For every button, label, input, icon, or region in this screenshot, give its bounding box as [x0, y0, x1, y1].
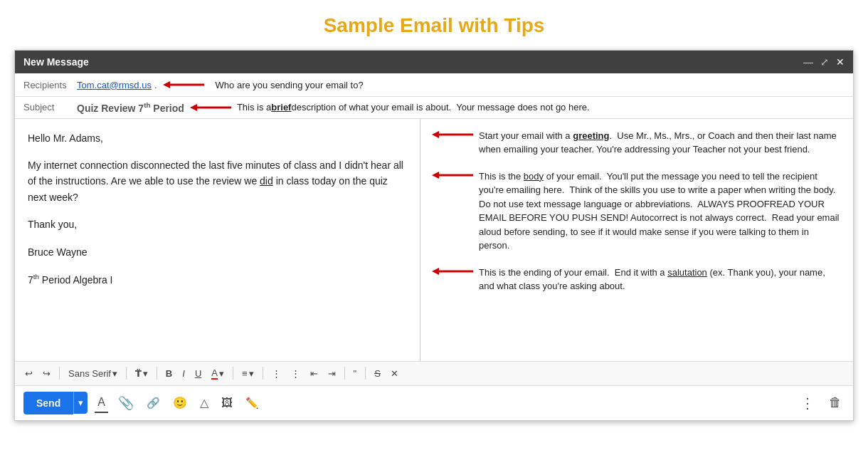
font-size-icon: T̈ [135, 368, 142, 379]
email-window: New Message — ⤢ ✕ Recipients Tom.cat@rms… [14, 50, 854, 421]
svg-marker-7 [432, 172, 439, 179]
bottom-right-icons: ⋮ 🗑 [798, 392, 845, 414]
toolbar-separator-2 [126, 367, 127, 380]
toolbar-separator-6 [344, 367, 345, 380]
greeting-tip: Start your email with a greeting. Use Mr… [432, 129, 842, 157]
align-dropdown[interactable]: ≡ ▾ [239, 367, 257, 380]
subject-value: Quiz Review 7th Period [77, 101, 184, 114]
body-tip: This is the body of your email. You'll p… [432, 169, 842, 253]
salutation-tip: This is the ending of your email. End it… [432, 266, 842, 293]
svg-marker-1 [163, 81, 170, 88]
greeting-tip-text: Start your email with a greeting. Use Mr… [479, 129, 842, 157]
email-closing: Thank you, [28, 216, 407, 232]
toolbar-separator-7 [365, 367, 366, 380]
insert-photo-icon[interactable]: 🖼 [218, 394, 235, 412]
numbered-list-button[interactable]: ⋮ [269, 367, 284, 380]
font-size-dropdown[interactable]: T̈ ▾ [132, 367, 151, 380]
title-bar-label: New Message [23, 56, 89, 68]
salutation-arrow-icon [432, 266, 475, 277]
close-icon[interactable]: ✕ [836, 56, 845, 68]
align-chevron: ▾ [249, 368, 254, 379]
bullet-list-button[interactable]: ⋮ [288, 367, 303, 380]
toolbar-separator-4 [233, 367, 233, 380]
font-color-chevron: ▾ [219, 368, 224, 379]
more-options-icon[interactable]: ⋮ [798, 392, 817, 414]
redo-button[interactable]: ↪ [40, 367, 53, 380]
subject-arrow-icon [190, 102, 233, 113]
font-family-chevron: ▾ [112, 368, 117, 379]
italic-button[interactable]: I [179, 367, 188, 380]
email-closing-text: Thank you, [28, 219, 77, 230]
body-arrow-icon [432, 169, 475, 181]
title-bar: New Message — ⤢ ✕ [15, 51, 853, 73]
formatting-toolbar: ↩ ↪ Sans Serif ▾ T̈ ▾ B I U A ▾ ≡ ▾ ⋮ ⋮ … [15, 362, 853, 386]
font-size-chevron: ▾ [143, 368, 148, 379]
email-body-text: My internet connection disconnected the … [28, 157, 407, 205]
bottom-bar: Send ▾ A 📎 🔗 🙂 △ 🖼 ✏️ ⋮ 🗑 [15, 386, 853, 420]
svg-marker-3 [190, 104, 197, 111]
toolbar-separator-5 [263, 367, 263, 380]
minimize-icon[interactable]: — [803, 56, 813, 68]
toolbar-separator-3 [157, 367, 157, 380]
email-name: Bruce Wayne [28, 244, 407, 260]
font-family-label: Sans Serif [68, 368, 111, 379]
email-greeting: Hello Mr. Adams, [28, 130, 407, 146]
title-bar-controls: — ⤢ ✕ [803, 56, 845, 68]
align-icon: ≡ [242, 368, 248, 379]
toolbar-separator-1 [59, 367, 60, 380]
recipients-row: Recipients Tom.cat@rmsd.us . Who are you… [15, 73, 853, 97]
email-body-left[interactable]: Hello Mr. Adams, My internet connection … [15, 119, 420, 361]
emoji-icon[interactable]: 🙂 [170, 393, 190, 412]
email-class: 7th Period Algebra I [28, 271, 407, 288]
attach-file-icon[interactable]: 📎 [115, 392, 137, 414]
remove-format-button[interactable]: ✕ [388, 367, 401, 380]
format-text-icon[interactable]: A [95, 393, 108, 413]
maximize-icon[interactable]: ⤢ [820, 56, 829, 68]
period-after-email: . [154, 80, 157, 90]
undo-button[interactable]: ↩ [22, 367, 36, 380]
send-button-group: Send ▾ [23, 392, 88, 414]
body-area: Hello Mr. Adams, My internet connection … [15, 119, 853, 362]
indent-more-button[interactable]: ⇥ [325, 367, 339, 380]
indent-less-button[interactable]: ⇤ [307, 367, 321, 380]
quote-button[interactable]: " [351, 367, 360, 380]
insert-link-icon[interactable]: 🔗 [144, 394, 163, 412]
subject-label: Subject [23, 102, 77, 113]
recipients-email[interactable]: Tom.cat@rmsd.us [77, 80, 152, 90]
page-title: Sample Email with Tips [14, 14, 854, 37]
svg-marker-5 [432, 131, 439, 138]
tips-panel: Start your email with a greeting. Use Mr… [420, 119, 853, 361]
salutation-tip-text: This is the ending of your email. End it… [479, 266, 842, 293]
bold-button[interactable]: B [163, 367, 175, 380]
body-tip-text: This is the body of your email. You'll p… [479, 169, 842, 253]
underline-button[interactable]: U [192, 367, 204, 380]
strikethrough-button[interactable]: S [371, 367, 383, 380]
drive-icon[interactable]: △ [197, 393, 211, 412]
recipients-tip-text: Who are you sending your email to? [216, 80, 364, 90]
recipients-label: Recipients [23, 80, 77, 90]
send-button[interactable]: Send [23, 392, 73, 414]
font-color-dropdown[interactable]: A ▾ [208, 366, 227, 381]
send-dropdown-button[interactable]: ▾ [73, 392, 88, 414]
svg-marker-9 [432, 268, 439, 275]
font-family-dropdown[interactable]: Sans Serif ▾ [65, 367, 120, 380]
subject-row: Subject Quiz Review 7th Period This is a… [15, 97, 853, 119]
subject-tip-text: This is a brief description of what your… [237, 102, 590, 113]
recipients-arrow-icon [163, 79, 206, 90]
greeting-arrow-icon [432, 129, 475, 140]
delete-draft-icon[interactable]: 🗑 [826, 392, 845, 413]
font-color-label: A [211, 367, 218, 380]
signature-icon[interactable]: ✏️ [243, 394, 262, 412]
